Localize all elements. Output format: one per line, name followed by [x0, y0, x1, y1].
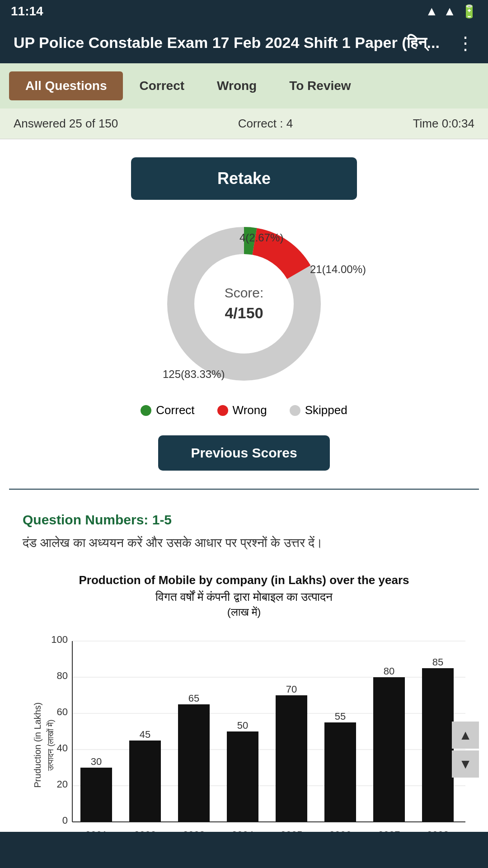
bar-chart-svg: Pruduction (in Lakhs) उत्पादन (लाखों में…	[27, 627, 488, 863]
question-numbers: Question Numbers: 1-5	[23, 512, 465, 528]
header-title: UP Police Constable Exam 17 Feb 2024 Shi…	[14, 34, 456, 52]
bar-2006	[324, 722, 356, 822]
score-value: 4/150	[225, 302, 264, 324]
time-display: Time 0:0:34	[413, 117, 474, 131]
wrong-dot	[217, 405, 228, 416]
svg-text:20: 20	[57, 778, 68, 790]
tab-to-review[interactable]: To Review	[273, 71, 367, 100]
svg-text:Pruduction (in Lakhs): Pruduction (in Lakhs)	[33, 703, 42, 788]
status-bar: 11:14 ▲ ▲ 🔋	[0, 0, 488, 23]
svg-text:40: 40	[57, 742, 68, 754]
correct-label: Correct	[156, 403, 194, 417]
bar-2003	[178, 704, 210, 822]
correct-count: Correct : 4	[238, 117, 293, 131]
svg-text:80: 80	[384, 665, 394, 677]
svg-text:80: 80	[57, 670, 68, 681]
bar-chart-container: Production of Mobile by company (in Lakh…	[23, 564, 465, 868]
skipped-dot	[290, 405, 300, 416]
bottom-nav-bar	[0, 832, 488, 868]
bar-chart-subtitle-hindi: (लाख में)	[27, 606, 461, 618]
svg-text:70: 70	[286, 684, 297, 695]
status-icons: ▲ ▲ 🔋	[426, 4, 477, 19]
scroll-down-button[interactable]: ▼	[452, 750, 479, 778]
wrong-annotation: 21(14.00%)	[310, 263, 366, 276]
bar-2007	[373, 677, 405, 822]
tab-all-questions[interactable]: All Questions	[9, 71, 123, 100]
previous-scores-button[interactable]: Previous Scores	[158, 435, 330, 471]
bar-2002	[129, 741, 161, 822]
correct-annotation: 4(2.67%)	[239, 231, 283, 244]
legend-skipped: Skipped	[290, 403, 347, 417]
legend-correct: Correct	[141, 403, 194, 417]
skipped-label: Skipped	[305, 403, 347, 417]
bar-2008	[422, 668, 454, 822]
skipped-annotation: 125(83.33%)	[163, 368, 225, 381]
section-divider	[9, 489, 479, 490]
svg-text:0: 0	[62, 815, 68, 826]
donut-chart-wrapper: Score: 4/150 4(2.67%) 21(14.00%) 125(83.…	[158, 218, 330, 390]
question-instruction: दंड आलेख का अध्ययन करें और उसके आधार पर …	[23, 536, 465, 551]
score-label: Score:	[225, 283, 264, 302]
svg-text:100: 100	[51, 634, 68, 645]
correct-dot	[141, 405, 151, 416]
wrong-label: Wrong	[233, 403, 267, 417]
wifi-icon: ▲	[426, 4, 438, 19]
bar-chart-title: Production of Mobile by company (in Lakh…	[27, 573, 461, 587]
bar-chart-svg-wrapper: Pruduction (in Lakhs) उत्पादन (लाखों में…	[27, 627, 461, 864]
bar-chart-title-hindi: विगत वर्षों में कंपनी द्वारा मोबाइल का उ…	[27, 590, 461, 604]
menu-icon[interactable]: ⋮	[456, 33, 474, 53]
question-section: Question Numbers: 1-5 दंड आलेख का अध्ययन…	[9, 503, 479, 868]
tab-bar: All Questions Correct Wrong To Review	[0, 63, 488, 108]
svg-text:50: 50	[237, 720, 248, 731]
battery-icon: 🔋	[461, 4, 477, 19]
answered-count: Answered 25 of 150	[14, 117, 118, 131]
main-content: Retake Score: 4/150	[0, 139, 488, 868]
bar-2004	[227, 731, 258, 822]
tab-wrong[interactable]: Wrong	[201, 71, 273, 100]
chart-legend: Correct Wrong Skipped	[9, 403, 479, 417]
status-time: 11:14	[11, 4, 43, 19]
score-chart: Score: 4/150 4(2.67%) 21(14.00%) 125(83.…	[9, 218, 479, 390]
app-header: UP Police Constable Exam 17 Feb 2024 Shi…	[0, 23, 488, 63]
scroll-up-button[interactable]: ▲	[452, 722, 479, 749]
legend-wrong: Wrong	[217, 403, 267, 417]
svg-text:65: 65	[188, 693, 199, 704]
scroll-buttons: ▲ ▼	[452, 722, 479, 778]
svg-text:85: 85	[432, 656, 443, 668]
bar-2001	[80, 768, 112, 822]
svg-text:45: 45	[140, 729, 150, 740]
svg-text:60: 60	[57, 706, 68, 717]
bar-2005	[276, 695, 307, 822]
stats-bar: Answered 25 of 150 Correct : 4 Time 0:0:…	[0, 108, 488, 139]
tab-correct[interactable]: Correct	[123, 71, 201, 100]
score-center: Score: 4/150	[225, 283, 264, 324]
svg-text:55: 55	[335, 711, 346, 722]
retake-button[interactable]: Retake	[131, 157, 357, 200]
svg-text:उत्पादन (लाखों में): उत्पादन (लाखों में)	[46, 720, 55, 771]
signal-icon: ▲	[443, 4, 456, 19]
svg-text:30: 30	[91, 756, 102, 767]
